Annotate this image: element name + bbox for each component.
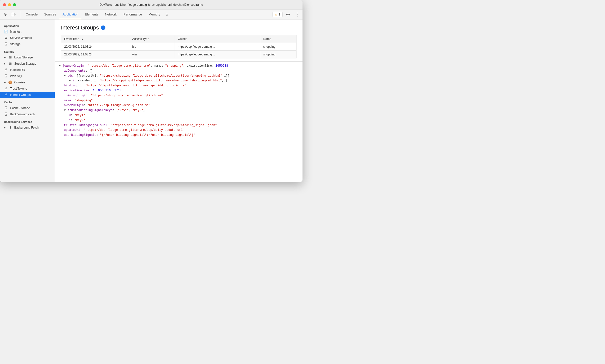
ig-title-row: Interest Groups i	[61, 24, 297, 31]
json-line: expirationTime: 1650538216.837188	[59, 88, 299, 93]
minimize-button[interactable]	[8, 3, 11, 6]
json-line: biddingUrl: "https://dsp-fledge-demo.gli…	[59, 83, 299, 88]
settings-icon[interactable]	[285, 11, 292, 18]
cell-name: shopping	[260, 51, 296, 58]
expand-arrow-local-storage: ▶	[4, 56, 6, 59]
expand-arrow-session-storage: ▶	[4, 62, 6, 65]
sidebar-item-service-workers[interactable]: ⚙ Service Workers	[0, 35, 55, 41]
service-workers-icon: ⚙	[4, 36, 8, 40]
json-line: ▼ {ownerOrigin: "https://dsp-fledge-demo…	[59, 64, 299, 69]
tab-console[interactable]: Console	[23, 10, 41, 19]
sidebar: Application 📄 Manifest ⚙ Service Workers…	[0, 19, 55, 182]
col-name[interactable]: Name	[260, 35, 296, 43]
warning-badge[interactable]: ⚠ 1	[273, 12, 283, 17]
traffic-lights	[3, 3, 16, 6]
more-tabs-icon[interactable]: »	[164, 11, 171, 18]
sidebar-item-indexeddb[interactable]: 🗄 IndexedDB	[0, 67, 55, 73]
tab-performance[interactable]: Performance	[120, 10, 145, 19]
cookies-icon: 🍪	[8, 80, 12, 84]
expand-arrow-background-fetch: ▶	[4, 126, 6, 129]
sidebar-section-storage: Storage	[0, 47, 55, 54]
close-button[interactable]	[3, 3, 6, 6]
devtools-icons	[2, 11, 20, 18]
more-options-icon[interactable]: ⋮	[294, 11, 301, 18]
title-bar: DevTools - publisher-fledge-demo.glitch.…	[0, 0, 302, 9]
sidebar-section-application: Application	[0, 21, 55, 28]
tab-memory[interactable]: Memory	[145, 10, 163, 19]
json-line: adComponents: []	[59, 69, 299, 74]
json-line: ▼ ads: [{renderUrl: "https://shopping-fl…	[59, 74, 299, 79]
collapse-icon[interactable]: ▼	[59, 64, 62, 68]
interest-groups-panel: Interest Groups i Event Time ▲ Access Ty…	[55, 19, 302, 58]
sidebar-item-background-fetch[interactable]: ▶ ⬆ Background Fetch	[0, 124, 55, 131]
table-row[interactable]: 22/03/2022, 11:03:24 bid https://dsp-fle…	[61, 43, 297, 51]
tab-sources[interactable]: Sources	[41, 10, 59, 19]
storage-app-icon: 🗄	[4, 42, 8, 46]
sidebar-section-cache: Cache	[0, 98, 55, 105]
sidebar-item-cache-storage[interactable]: 🗄 Cache Storage	[0, 105, 55, 111]
tab-bar-right: ⚠ 1 ⋮	[273, 11, 301, 18]
sidebar-item-back-forward-cache[interactable]: 🗄 Back/forward cach	[0, 111, 55, 117]
tab-application[interactable]: Application	[59, 10, 81, 19]
col-owner[interactable]: Owner	[175, 35, 260, 43]
table-container: Event Time ▲ Access Type Owner Name	[61, 35, 297, 58]
tab-bar: Console Sources Application Elements Net…	[0, 9, 302, 19]
json-line: trustedBiddingSignalsUrl: "https://dsp-f…	[59, 123, 299, 128]
session-storage-icon: ⊞	[8, 62, 12, 65]
col-event-time[interactable]: Event Time ▲	[61, 35, 129, 43]
sidebar-item-cookies[interactable]: ▶ 🍪 Cookies	[0, 79, 55, 85]
json-line: 1: "key2"	[59, 118, 299, 123]
json-line: ▶ 0: {renderUrl: "https://shopping-fledg…	[59, 78, 299, 83]
expand-ads-icon[interactable]: ▼	[64, 74, 67, 78]
window-title: DevTools - publisher-fledge-demo.glitch.…	[99, 3, 203, 6]
tab-network[interactable]: Network	[102, 10, 120, 19]
info-icon[interactable]: i	[101, 25, 105, 30]
page-title: Interest Groups	[61, 24, 99, 31]
json-line: ▼ trustedBiddingSignalsKeys: ["key1", "k…	[59, 108, 299, 113]
expand-keys-icon[interactable]: ▼	[64, 109, 67, 112]
cell-event-time: 22/03/2022, 11:03:24	[61, 51, 129, 58]
tab-elements[interactable]: Elements	[82, 10, 101, 19]
sidebar-item-session-storage[interactable]: ▶ ⊞ Session Storage	[0, 60, 55, 67]
cell-owner: https://dsp-fledge-demo.gl...	[175, 51, 260, 58]
sidebar-item-storage-app[interactable]: 🗄 Storage	[0, 41, 55, 47]
indexeddb-icon: 🗄	[4, 68, 8, 72]
cell-event-time: 22/03/2022, 11:03:24	[61, 43, 129, 51]
main-content: Application 📄 Manifest ⚙ Service Workers…	[0, 19, 302, 182]
json-line: updateUrl: "https://dsp-fledge-demo.glit…	[59, 128, 299, 133]
json-line: userBiddingSignals: "{\"user_bidding_sig…	[59, 133, 299, 138]
sidebar-item-local-storage[interactable]: ▶ ⊞ Local Storage	[0, 54, 55, 60]
warning-count: 1	[279, 13, 280, 16]
sidebar-item-manifest[interactable]: 📄 Manifest	[0, 28, 55, 35]
col-access-type[interactable]: Access Type	[129, 35, 175, 43]
svg-rect-0	[12, 13, 14, 16]
content-area: Interest Groups i Event Time ▲ Access Ty…	[55, 19, 302, 182]
manifest-icon: 📄	[4, 30, 8, 33]
json-line: 0: "key1"	[59, 113, 299, 118]
maximize-button[interactable]	[13, 3, 16, 6]
local-storage-icon: ⊞	[8, 55, 12, 59]
svg-rect-1	[14, 14, 15, 15]
json-line: joiningOrigin: "https://shopping-fledge-…	[59, 93, 299, 98]
table-row[interactable]: 22/03/2022, 11:03:24 win https://dsp-fle…	[61, 51, 297, 58]
sidebar-item-web-sql[interactable]: 🗄 Web SQL	[0, 73, 55, 79]
json-detail-panel: ▼ {ownerOrigin: "https://dsp-fledge-demo…	[55, 61, 302, 182]
interest-groups-icon: 🗄	[4, 93, 8, 97]
interest-groups-table: Event Time ▲ Access Type Owner Name	[61, 35, 297, 58]
trust-tokens-icon: 🗄	[4, 87, 8, 90]
svg-point-2	[288, 14, 289, 15]
back-forward-cache-icon: 🗄	[4, 112, 8, 116]
cell-owner: https://dsp-fledge-demo.gl...	[175, 43, 260, 51]
device-icon[interactable]	[10, 11, 17, 18]
expand-0-icon[interactable]: ▶	[69, 79, 72, 82]
sidebar-item-interest-groups[interactable]: 🗄 Interest Groups	[0, 92, 55, 98]
warning-icon: ⚠	[275, 13, 278, 16]
sidebar-item-trust-tokens[interactable]: 🗄 Trust Tokens	[0, 85, 55, 92]
json-line: name: "shopping"	[59, 98, 299, 103]
sort-arrow-icon: ▲	[81, 38, 83, 40]
cell-access-type: bid	[129, 43, 175, 51]
json-line: ownerOrigin: "https://dsp-fledge-demo.gl…	[59, 103, 299, 108]
cache-storage-icon: 🗄	[4, 106, 8, 110]
sidebar-section-background: Background Services	[0, 117, 55, 124]
cursor-icon[interactable]	[2, 11, 9, 18]
